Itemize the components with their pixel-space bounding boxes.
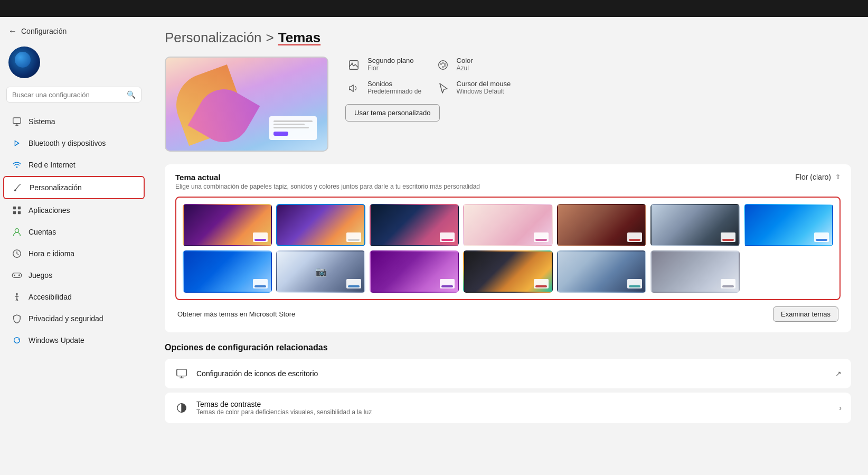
- examinar-temas-button[interactable]: Examinar temas: [773, 306, 838, 322]
- opciones-contraste-sublabel: Temas de color para deficiencias visuale…: [196, 408, 832, 416]
- thumb-bar-t6: [722, 239, 734, 241]
- thumb-bar-t2: [348, 239, 360, 241]
- theme-thumb-t4[interactable]: [463, 204, 552, 246]
- svg-rect-7: [13, 211, 16, 214]
- svg-point-21: [444, 63, 446, 65]
- color-info-text: Color Azul: [457, 57, 473, 72]
- sidebar-item-accesibilidad[interactable]: Accesibilidad: [3, 286, 145, 308]
- sidebar-item-cuentas[interactable]: Cuentas: [3, 221, 145, 243]
- preview-line-2: [273, 124, 305, 125]
- app-container: ← Configuración 🔍 Sistema Bluetooth y di…: [0, 17, 868, 475]
- color-label: Color: [457, 57, 473, 64]
- svg-point-15: [16, 293, 18, 295]
- theme-thumb-t5[interactable]: [557, 204, 646, 246]
- preview-line-3: [273, 127, 309, 128]
- wifi-icon: [12, 160, 22, 170]
- svg-point-20: [442, 62, 444, 64]
- sidebar-item-update[interactable]: Windows Update: [3, 330, 145, 351]
- svg-rect-6: [18, 207, 21, 209]
- chevron-right-icon: ›: [839, 404, 842, 412]
- sidebar-item-juegos[interactable]: Juegos: [3, 265, 145, 286]
- thumb-bar-t10: [441, 285, 453, 287]
- sidebar-item-label-cuentas: Cuentas: [29, 228, 56, 236]
- svg-point-9: [15, 229, 18, 232]
- theme-thumb-t3[interactable]: [370, 204, 459, 246]
- theme-thumb-t9[interactable]: 📷: [276, 250, 365, 293]
- opciones-section: Opciones de configuración relacionadas C…: [165, 343, 851, 423]
- theme-thumb-t7[interactable]: [744, 204, 833, 246]
- theme-top-section: Segundo plano Flor Color Azul: [165, 57, 851, 152]
- breadcrumb-parent[interactable]: Personalización: [165, 30, 262, 46]
- thumb-bar-t12: [629, 285, 640, 287]
- opciones-card-contraste[interactable]: Temas de contraste Temas de color para d…: [165, 393, 851, 423]
- shield-icon: [12, 313, 22, 324]
- sidebar-item-aplicaciones[interactable]: Aplicaciones: [3, 200, 145, 221]
- thumb-bar-t3: [441, 239, 453, 241]
- sidebar-item-sistema[interactable]: Sistema: [3, 111, 145, 132]
- preview-window: [269, 116, 317, 140]
- refresh-icon: [12, 335, 22, 346]
- sidebar-item-label-bluetooth: Bluetooth y dispositivos: [29, 139, 106, 147]
- theme-info: Segundo plano Flor Color Azul: [345, 57, 511, 122]
- theme-grid: 📷: [183, 204, 833, 293]
- sidebar-item-privacidad[interactable]: Privacidad y seguridad: [3, 308, 145, 329]
- search-box: 🔍: [6, 87, 141, 103]
- gamepad-icon: [12, 270, 22, 281]
- tema-actual-section: Tema actual Elige una combinación de pap…: [165, 164, 851, 332]
- current-theme-name: Flor (claro): [795, 173, 831, 181]
- sidebar-item-bluetooth[interactable]: Bluetooth y dispositivos: [3, 133, 145, 154]
- thumb-mini-t8: [253, 279, 268, 288]
- theme-thumb-t10[interactable]: [370, 250, 459, 293]
- theme-info-grid: Segundo plano Flor Color Azul: [345, 57, 511, 97]
- sounds-label: Sonidos: [367, 80, 421, 88]
- use-custom-theme-button[interactable]: Usar tema personalizado: [345, 104, 440, 122]
- sidebar-item-label-juegos: Juegos: [29, 271, 52, 280]
- sidebar-item-red[interactable]: Red e Internet: [3, 154, 145, 175]
- back-arrow-icon: ←: [8, 26, 17, 36]
- theme-thumb-t2[interactable]: [276, 204, 365, 246]
- theme-thumb-t11[interactable]: [463, 250, 552, 293]
- sounds-info-text: Sonidos Predeterminado de: [367, 80, 421, 95]
- color-value: Azul: [457, 64, 473, 72]
- theme-thumb-t8[interactable]: [183, 250, 272, 293]
- sidebar-item-personalizacion[interactable]: Personalización: [3, 176, 145, 199]
- thumb-bar-t13: [722, 285, 734, 287]
- svg-rect-5: [13, 207, 16, 209]
- camera-icon: 📷: [315, 266, 327, 277]
- theme-thumb-t12[interactable]: [557, 250, 646, 293]
- svg-point-23: [442, 66, 444, 68]
- avatar: [8, 46, 40, 78]
- search-input[interactable]: [12, 91, 127, 99]
- title-bar: [0, 0, 868, 17]
- theme-preview-image: [165, 57, 328, 152]
- sidebar-item-label-aplicaciones: Aplicaciones: [29, 206, 70, 215]
- theme-info-background: Segundo plano Flor: [345, 57, 422, 73]
- thumb-mini-t6: [721, 232, 735, 242]
- opciones-card-iconos[interactable]: Configuración de iconos de escritorio ↗: [165, 359, 851, 388]
- breadcrumb-separator: >: [266, 30, 274, 46]
- sidebar-item-label-privacidad: Privacidad y seguridad: [29, 314, 103, 323]
- search-icon: 🔍: [127, 90, 136, 99]
- brush-icon: [13, 182, 23, 193]
- svg-rect-0: [13, 118, 21, 124]
- contrast-icon: [174, 401, 189, 415]
- sidebar-item-label-accesibilidad: Accesibilidad: [29, 293, 72, 301]
- preview-taskbar: [273, 132, 288, 136]
- back-nav[interactable]: ← Configuración: [0, 23, 148, 42]
- sidebar-item-label-sistema: Sistema: [29, 117, 55, 126]
- thumb-bar-t8: [254, 285, 266, 287]
- tema-actual-header: Tema actual Elige una combinación de pap…: [175, 173, 841, 190]
- theme-thumb-t1[interactable]: [183, 204, 272, 246]
- cursor-info-text: Cursor del mouse Windows Default: [457, 80, 511, 95]
- theme-thumb-t6[interactable]: [650, 204, 740, 246]
- theme-thumb-t13[interactable]: [650, 250, 740, 293]
- breadcrumb: Personalización > Temas: [165, 30, 851, 46]
- sidebar-item-hora[interactable]: Hora e idioma: [3, 243, 145, 264]
- thumb-mini-t4: [534, 232, 549, 242]
- thumb-mini-t12: [627, 279, 642, 288]
- monitor-icon: [12, 116, 22, 127]
- sidebar-item-label-personalizacion: Personalización: [30, 183, 82, 192]
- cursor-label: Cursor del mouse: [457, 80, 511, 88]
- thumb-mini-t13: [721, 279, 735, 288]
- thumb-mini-t9: [346, 279, 361, 288]
